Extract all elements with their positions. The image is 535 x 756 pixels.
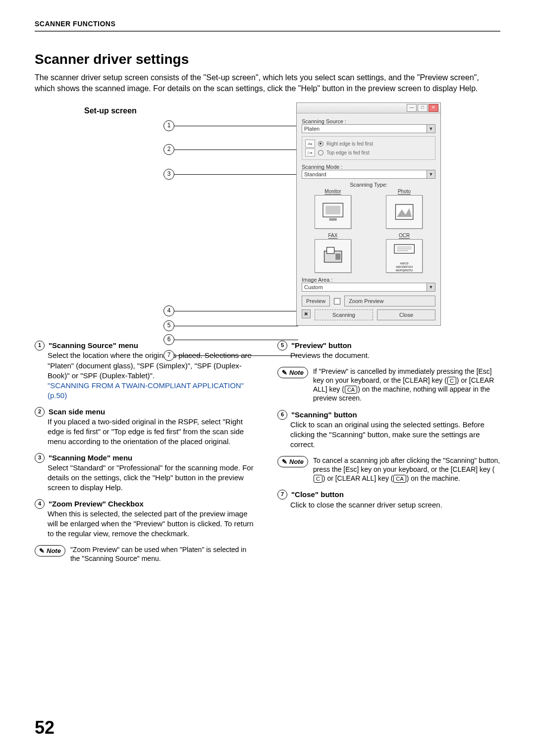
window-close-button[interactable]: ✕ — [428, 104, 438, 112]
item-number-3: 3 — [35, 453, 45, 463]
scanning-source-combo[interactable]: Platen ▼ — [302, 124, 435, 133]
dropdown-arrow-icon: ▼ — [427, 170, 435, 178]
dropdown-arrow-icon: ▼ — [427, 283, 435, 291]
page-number: 52 — [35, 717, 54, 738]
type-photo-label: Photo — [373, 189, 435, 194]
scanning-type-label: Scanning Type: — [302, 182, 435, 188]
header-breadcrumb: SCANNER FUNCTIONS — [35, 20, 500, 32]
item-head-5: "Preview" button — [291, 341, 352, 351]
type-photo[interactable]: Photo — [373, 189, 435, 229]
callout-6: 6 — [163, 334, 174, 345]
type-monitor-label: Monitor — [302, 189, 364, 194]
scanning-source-label: Scanning Source : — [302, 118, 435, 124]
left-column: 1 "Scanning Source" menu Select the loca… — [35, 341, 258, 563]
svg-rect-7 — [335, 253, 340, 260]
image-area-combo[interactable]: Custom ▼ — [302, 283, 435, 292]
dialog-wrapper: 1 2 3 4 5 6 7 — — [163, 102, 441, 326]
item-number-6: 6 — [277, 410, 287, 420]
type-fax-label: FAX — [302, 233, 364, 238]
scanning-mode-label: Scanning Mode : — [302, 164, 435, 170]
item-body-2: If you placed a two-sided original in th… — [48, 417, 258, 447]
intro-paragraph: The scanner driver setup screen consists… — [35, 72, 500, 94]
svg-rect-6 — [326, 248, 334, 254]
preview-note: If "Preview" is cancelled by immediately… — [313, 367, 500, 403]
item-body-5: Previews the document. — [290, 351, 500, 360]
setup-screen-label: Set-up screen — [84, 106, 137, 115]
minimize-button[interactable]: — — [407, 104, 417, 112]
feed-side-group: A▸ Right edge is fed first ▷▸ Top edge i… — [302, 136, 435, 160]
svg-rect-1 — [325, 206, 340, 215]
callout-1: 1 — [163, 120, 174, 131]
item-number-4: 4 — [35, 499, 45, 509]
note-badge: Note — [277, 367, 308, 379]
feed-radio-top[interactable] — [318, 150, 323, 155]
type-ocr-label: OCR — [373, 233, 435, 238]
dropdown-arrow-icon: ▼ — [427, 125, 435, 133]
type-monitor[interactable]: Monitor — [302, 189, 364, 229]
callout-5: 5 — [163, 320, 174, 331]
item-head-3: "Scanning Mode" menu — [49, 453, 132, 463]
note-badge: Note — [35, 545, 65, 557]
item-number-2: 2 — [35, 407, 45, 417]
svg-rect-3 — [395, 204, 413, 219]
feed-label-right: Right edge is fed first — [326, 141, 373, 147]
ocr-icon: ABCDABCDEFGHNOPQRSTU — [386, 239, 423, 273]
scanning-mode-value: Standard — [304, 171, 326, 177]
item-head-2: Scan side menu — [49, 407, 105, 417]
close-button[interactable]: Close — [377, 309, 435, 320]
item-link-1[interactable]: "SCANNING FROM A TWAIN-COMPLIANT APPLICA… — [48, 381, 244, 400]
type-ocr[interactable]: OCR ABCDABCDEFGHNOPQRSTU — [373, 233, 435, 273]
scanning-icon: ▣ — [302, 309, 311, 318]
monitor-icon — [315, 195, 351, 229]
section-title: Scanner driver settings — [35, 51, 500, 67]
maximize-button[interactable]: □ — [418, 104, 428, 112]
scanning-note: To cancel a scanning job after clicking … — [313, 456, 500, 483]
feed-icon-top: ▷▸ — [305, 149, 315, 156]
item-body-4: When this is selected, the selected part… — [48, 509, 258, 539]
item-head-6: "Scanning" button — [291, 410, 357, 420]
type-fax[interactable]: FAX — [302, 233, 364, 273]
item-number-1: 1 — [35, 341, 45, 351]
feed-radio-right[interactable] — [318, 141, 323, 147]
preview-button[interactable]: Preview — [302, 296, 330, 306]
scanner-setup-dialog: — □ ✕ Scanning Source : Platen ▼ A▸ Righ… — [296, 102, 441, 326]
item-body-7: Click to close the scanner driver setup … — [290, 500, 500, 510]
item-body-6: Click to scan an original using the sele… — [290, 420, 500, 450]
right-column: 5 "Preview" button Previews the document… — [277, 341, 500, 563]
svg-rect-2 — [329, 218, 336, 221]
image-area-value: Custom — [304, 284, 323, 290]
scanning-mode-combo[interactable]: Standard ▼ — [302, 170, 435, 179]
dialog-titlebar: — □ ✕ — [297, 103, 440, 113]
callout-3: 3 — [163, 169, 174, 180]
scanning-button[interactable]: Scanning — [315, 309, 373, 320]
feed-label-top: Top edge is fed first — [326, 150, 370, 155]
scanning-source-value: Platen — [304, 126, 320, 132]
callout-4: 4 — [163, 305, 174, 316]
fax-icon — [315, 239, 351, 273]
item-head-1: "Scanning Source" menu — [49, 341, 138, 351]
zoom-preview-checkbox[interactable] — [334, 298, 340, 304]
image-area-label: Image Area : — [302, 277, 435, 283]
left-note-text: "Zoom Preview" can be used when "Platen"… — [70, 545, 258, 563]
photo-icon — [386, 195, 423, 229]
item-number-7: 7 — [277, 490, 287, 500]
feed-icon-right: A▸ — [305, 140, 315, 148]
zoom-preview-button[interactable]: Zoom Preview — [344, 296, 435, 306]
callout-7: 7 — [163, 350, 174, 361]
item-head-4: "Zoom Preview" Checkbox — [49, 499, 144, 509]
note-badge: Note — [277, 456, 308, 468]
item-head-7: "Close" button — [291, 490, 344, 500]
callout-2: 2 — [163, 144, 174, 155]
item-body-3: Select "Standard" or "Professional" for … — [48, 463, 258, 493]
